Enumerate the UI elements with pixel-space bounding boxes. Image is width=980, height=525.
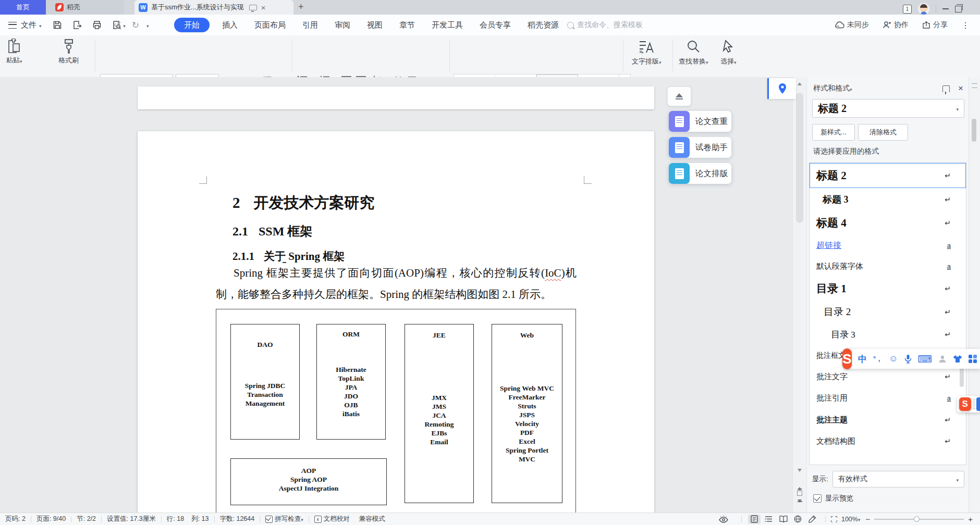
menu-tab-references[interactable]: 引用: [294, 15, 326, 35]
save-button[interactable]: [52, 20, 63, 30]
page-number-status[interactable]: 页码: 2: [5, 515, 26, 523]
toolbox-grid-icon[interactable]: [969, 355, 977, 363]
select-dropdown[interactable]: [734, 58, 737, 66]
restore-button[interactable]: [955, 6, 962, 12]
drag-handle-icon[interactable]: [973, 399, 975, 409]
emoji-icon[interactable]: ☺: [889, 354, 898, 364]
tab-document[interactable]: W 基于ssm作业...系统设计与实现: [134, 0, 293, 15]
fit-page-button[interactable]: [831, 516, 837, 522]
menu-tab-insert[interactable]: 插入: [214, 15, 246, 35]
sogou-logo-icon[interactable]: S: [842, 348, 852, 369]
profile-icon[interactable]: [938, 355, 947, 363]
command-search-input[interactable]: 查找命令、搜索模板: [567, 15, 643, 35]
redo-button[interactable]: ↻: [132, 20, 139, 31]
select-button[interactable]: 选择: [720, 40, 737, 66]
show-filter-select[interactable]: 有效样式: [832, 471, 964, 488]
zoom-out-button[interactable]: −: [865, 515, 870, 523]
style-item-comment-subject[interactable]: 批注主题 ↵: [810, 409, 966, 431]
menu-tab-view[interactable]: 视图: [359, 15, 391, 35]
close-panel-icon[interactable]: [958, 83, 963, 94]
web-view-button[interactable]: [792, 515, 804, 524]
window-switcher[interactable]: 1: [903, 5, 912, 14]
input-method-toolbar[interactable]: S 中 °， ☺ ⌨: [844, 349, 980, 369]
style-item-toc2[interactable]: 目录 2 ↵: [810, 301, 966, 323]
typeset-dropdown[interactable]: [659, 58, 662, 66]
file-menu[interactable]: 文件: [8, 15, 42, 35]
document-page[interactable]: 2开发技术方案研究 2.1SSM 框架 2.1.1关于 Spring 框架 Sp…: [138, 131, 654, 512]
minimize-button[interactable]: [942, 5, 949, 13]
ink-tools-button[interactable]: [806, 515, 819, 524]
style-item-toc1[interactable]: 目录 1 ↵: [810, 277, 966, 301]
export-button[interactable]: [72, 20, 82, 30]
paper-layout-button[interactable]: 论文排版: [669, 163, 731, 184]
current-style-select[interactable]: 标题 2: [812, 99, 964, 118]
proofread-button[interactable]: x 文档校对: [314, 515, 350, 523]
previous-page-button[interactable]: [798, 478, 802, 489]
tab-docer[interactable]: 稻壳: [46, 0, 124, 15]
paper-check-button[interactable]: 论文查重: [669, 111, 731, 132]
menu-tab-review[interactable]: 审阅: [326, 15, 359, 35]
menu-tab-page-layout[interactable]: 页面布局: [246, 15, 294, 35]
style-item-toc3[interactable]: 目录 3 ↵: [810, 323, 966, 345]
style-item-heading2[interactable]: 标题 2 ↵: [810, 163, 966, 188]
show-preview-checkbox[interactable]: 显示预览: [813, 494, 853, 503]
style-item-heading3[interactable]: 标题 3 ↵: [810, 188, 966, 211]
share-button[interactable]: 分享: [922, 20, 948, 30]
collaborate-button[interactable]: 协作: [883, 20, 909, 30]
document-locator-button[interactable]: [767, 78, 796, 99]
exam-helper-button[interactable]: 试卷助手: [669, 137, 731, 158]
eye-protection-button[interactable]: [718, 516, 729, 523]
tab-home[interactable]: 首页: [0, 0, 46, 15]
style-item-default-font[interactable]: 默认段落字体 a: [810, 256, 966, 277]
panel-title[interactable]: 样式和格式: [813, 84, 852, 93]
find-replace-dropdown[interactable]: [706, 58, 708, 66]
pin-panel-icon[interactable]: [942, 85, 950, 92]
microphone-icon[interactable]: [904, 354, 912, 364]
more-options-button[interactable]: [961, 20, 970, 30]
typeset-button[interactable]: 文字排版: [632, 40, 662, 66]
document-scrollbar[interactable]: [792, 77, 806, 512]
scroll-up-icon[interactable]: [798, 82, 802, 85]
clear-format-button[interactable]: 清除格式: [858, 124, 908, 141]
setting-value-status[interactable]: 设置值: 17.3厘米: [107, 515, 156, 523]
next-page-button[interactable]: [798, 501, 802, 512]
zoom-level-button[interactable]: 100%: [841, 516, 861, 523]
user-avatar[interactable]: [918, 3, 929, 15]
spell-check-toggle[interactable]: 拼写检查: [265, 515, 303, 523]
page-view-button[interactable]: [748, 515, 761, 524]
new-style-button[interactable]: 新样式...: [812, 124, 855, 141]
input-method-badge[interactable]: S: [957, 396, 980, 413]
expand-icon[interactable]: [976, 397, 980, 411]
style-item-heading4[interactable]: 标题 4 ↵: [810, 211, 966, 235]
keyboard-icon[interactable]: ⌨: [918, 353, 932, 365]
book-view-button[interactable]: [777, 515, 790, 524]
undo-button[interactable]: ↺: [114, 20, 121, 31]
zoom-slider-knob[interactable]: [914, 516, 920, 522]
close-document-icon[interactable]: [261, 3, 266, 12]
skin-icon[interactable]: [953, 355, 962, 363]
style-item-hyperlink[interactable]: 超链接 a: [810, 235, 966, 256]
print-button[interactable]: [92, 20, 102, 30]
rail-menu-icon[interactable]: [972, 83, 977, 88]
punctuation-icon[interactable]: °，: [873, 354, 883, 364]
paste-button[interactable]: 粘贴: [6, 39, 22, 65]
menu-tab-membership[interactable]: 会员专享: [471, 15, 519, 35]
style-item-comment-text[interactable]: 批注文字 ↵: [810, 366, 966, 387]
select-browse-object-button[interactable]: [797, 491, 802, 496]
scroll-down-icon[interactable]: [798, 469, 802, 472]
format-painter-button[interactable]: 格式刷: [58, 39, 79, 65]
undo-dropdown[interactable]: [123, 20, 126, 30]
scrollbar-thumb[interactable]: [796, 93, 803, 223]
page-count-status[interactable]: 页面: 9/40: [36, 515, 66, 523]
right-scroll-rail[interactable]: [969, 77, 980, 512]
zoom-slider[interactable]: [874, 519, 964, 520]
paste-dropdown[interactable]: [20, 57, 22, 65]
section-status[interactable]: 节: 2/2: [77, 515, 96, 523]
new-tab-button[interactable]: [298, 2, 304, 12]
rail-scrollbar-thumb[interactable]: [972, 119, 976, 142]
outline-view-button[interactable]: [763, 515, 775, 524]
present-icon[interactable]: [249, 5, 257, 10]
chinese-mode-icon[interactable]: 中: [858, 353, 867, 365]
find-replace-button[interactable]: 查找替换: [679, 40, 708, 66]
menu-tab-dev-tools[interactable]: 开发工具: [423, 15, 471, 35]
